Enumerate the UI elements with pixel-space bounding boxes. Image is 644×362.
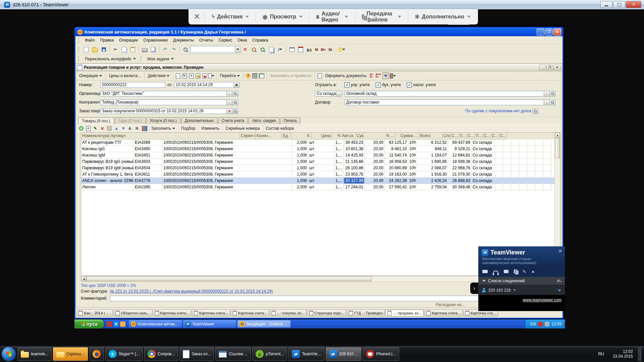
video-icon[interactable] <box>482 270 488 273</box>
switch-interface-button[interactable]: Переключить интерфейс <box>83 57 138 61</box>
write-doc-button[interactable] <box>175 73 181 79</box>
window-tab[interactable]: Бан..: 2014 г. - .. <box>76 309 113 316</box>
window-tab[interactable]: Оборотно-саль... <box>114 309 152 316</box>
fill-and-post-button[interactable]: Заполнить и провести <box>268 73 313 79</box>
organization-field[interactable]: ЗАО "ДРГ Техсистемс" <box>100 91 227 97</box>
tab[interactable]: Дополнительно <box>181 117 217 124</box>
menu-item[interactable]: Сервис <box>216 37 235 44</box>
column-header[interactable]: Сумма <box>356 133 364 139</box>
debt-report-button[interactable] <box>533 108 538 114</box>
maximize-button[interactable] <box>613 1 625 8</box>
gear-icon[interactable]: ✻▾ <box>557 279 561 283</box>
contract-open-button[interactable] <box>550 100 555 105</box>
settings-grid-button[interactable] <box>259 73 265 79</box>
column-header[interactable]: Артикул <box>110 133 240 139</box>
column-header[interactable]: С... <box>467 133 475 139</box>
column-header[interactable]: Всего <box>419 133 442 139</box>
column-header[interactable]: П... <box>475 133 483 139</box>
menu-item[interactable]: Справка <box>250 37 271 44</box>
tip-button[interactable] <box>338 46 346 54</box>
undo-button[interactable]: ↶ <box>161 46 169 54</box>
comment-input[interactable] <box>110 296 486 301</box>
warehouse-mode-button[interactable]: ... <box>336 91 342 97</box>
column-header[interactable]: С... <box>450 133 459 139</box>
tab[interactable]: Авто. скидки <box>249 117 279 124</box>
open-button[interactable] <box>91 46 99 54</box>
add-row-button[interactable]: + <box>78 125 84 131</box>
window-tab[interactable]: Карточка счета... <box>424 309 463 316</box>
my-tasks-button[interactable]: Мои задачи <box>145 57 175 61</box>
calendar-picker-button[interactable]: ▦ <box>234 82 239 88</box>
taskbar-firefox[interactable] <box>89 347 104 361</box>
start-orb[interactable] <box>1 347 16 361</box>
calendar-button[interactable] <box>297 46 305 54</box>
tab[interactable]: Услуги (0 поз.) <box>146 117 180 124</box>
taskbar-teamviewer-session[interactable]: ⇄ 326 810 ... <box>326 347 362 361</box>
warehouse-mode-field[interactable]: Со склада <box>315 91 336 97</box>
column-header[interactable]: Цена <box>312 133 332 139</box>
remote-tray-icon-2[interactable] <box>545 322 549 326</box>
taskbar-document[interactable]: Заказ кл... <box>179 347 214 361</box>
change-button[interactable]: Изменить <box>199 125 222 131</box>
connect-icon[interactable]: ➤ <box>557 287 562 293</box>
organization-open-button[interactable] <box>232 91 238 97</box>
minimize-button[interactable] <box>600 1 612 8</box>
extras-menu[interactable]: ✻ Дополнительно <box>411 13 475 20</box>
find-next-button[interactable] <box>250 46 258 54</box>
taskbar-chrome[interactable]: Сопров... <box>144 347 178 361</box>
operation-menu[interactable]: Операция <box>77 73 104 79</box>
column-header[interactable]: С... <box>491 133 499 139</box>
1c-minimize-button[interactable]: _ <box>537 28 544 36</box>
mark-doc-button[interactable] <box>202 73 208 79</box>
checkbox-buh-uchet[interactable]: ✓бух. учете <box>376 82 401 87</box>
memory-minus-button[interactable]: М- <box>328 48 334 52</box>
column-header[interactable]: Номенклатура <box>81 133 110 139</box>
fill-menu-button[interactable]: Заполнить <box>149 125 177 131</box>
table-row[interactable]: ЛептинEIA239510002010/050215/0005308, Ге… <box>81 184 560 190</box>
menu-item[interactable]: Файл <box>82 37 98 44</box>
memory-recall-button[interactable]: М <box>314 48 319 52</box>
sort-asc-button[interactable]: А↓ <box>127 125 133 131</box>
taskbar-utorrent[interactable]: µ µTorrent... <box>252 347 287 361</box>
reread-doc-button[interactable] <box>181 73 187 79</box>
language-indicator[interactable]: RU <box>597 352 605 356</box>
doc-close-button[interactable]: ✕ <box>554 65 560 70</box>
table-row[interactable]: Коклюш IgMEIA345110002010/050215/0005308… <box>81 152 560 159</box>
menu-item[interactable]: Справочники <box>141 37 170 44</box>
column-header[interactable]: С... <box>499 133 507 139</box>
connections-list-header[interactable]: Список соединений ✻▾ <box>478 277 565 285</box>
move-up-button[interactable]: ▲ <box>113 125 119 131</box>
chat-panel-icon[interactable] <box>504 270 508 273</box>
actions-menu-doc[interactable]: Действия <box>146 73 171 79</box>
column-header[interactable]: % Авт.ск. <box>332 133 356 139</box>
search-dropdown[interactable] <box>235 46 240 53</box>
panel-close-button[interactable]: ✕ <box>558 248 562 254</box>
dt-kt-button[interactable]: ДтКт <box>369 73 374 78</box>
move-down-button[interactable]: ▼ <box>120 125 126 131</box>
copy-stack-button[interactable] <box>267 46 275 54</box>
contacts-button[interactable] <box>305 46 313 54</box>
teamviewer-website-link[interactable]: www.teamviewer.com <box>523 298 561 302</box>
table-button[interactable] <box>288 46 296 54</box>
tab[interactable]: Тара (0 поз.) <box>115 117 146 124</box>
organization-select-button[interactable]: ... <box>227 91 232 97</box>
money-doc-button[interactable] <box>195 73 201 79</box>
column-header[interactable]: % ... <box>364 133 395 139</box>
tab[interactable]: Счета учета <box>218 117 248 124</box>
window-tab[interactable]: Карточка счета... <box>153 309 191 316</box>
tab[interactable]: Печать <box>280 117 301 124</box>
column-header[interactable]: Способ спи... <box>442 133 450 139</box>
remote-task-1c[interactable]: 1С Комплексная автом... <box>129 320 182 327</box>
close-session-button[interactable]: ✕ <box>192 11 202 22</box>
make-documents-button[interactable]: Оформить документы <box>323 73 368 79</box>
clock[interactable]: 12:02 23.04.2015 <box>610 349 636 359</box>
taskbar-links[interactable]: Ссылки ... <box>215 347 251 361</box>
order-clear-button[interactable]: ✕ <box>227 108 232 114</box>
column-header[interactable]: С... <box>483 133 491 139</box>
pick-button[interactable]: Подбор <box>178 125 198 131</box>
taskbar-folder-screenshots[interactable]: Скринш... <box>53 347 88 361</box>
remote-language-indicator[interactable]: EN <box>530 322 536 326</box>
order-field[interactable]: Заказ покупателя 00000000315 от 10.02.20… <box>100 108 227 114</box>
checkbox-nalog-uchet[interactable]: ✓налог. учете <box>407 82 436 87</box>
file-transfer-menu[interactable]: Передача файлов <box>358 11 405 23</box>
